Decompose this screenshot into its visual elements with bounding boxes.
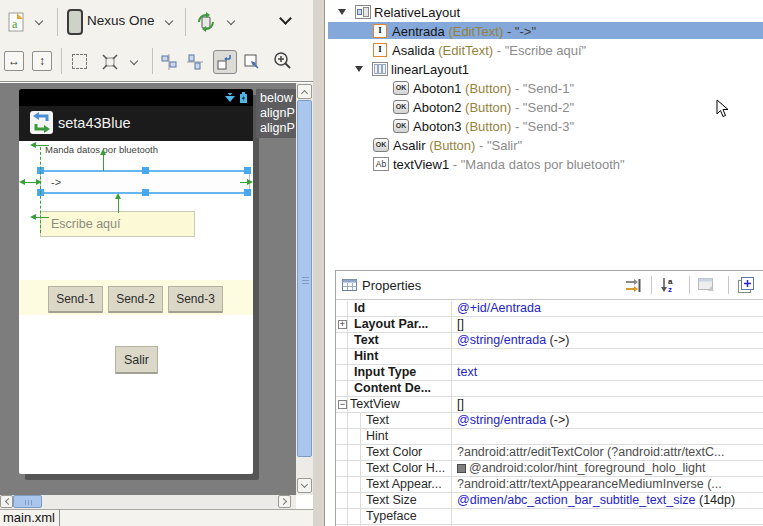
tree-item-aboton2[interactable]: OK Aboton2 (Button) - "Send-2": [328, 98, 763, 117]
prop-row-tv-hint[interactable]: Hint: [336, 429, 763, 445]
mouse-cursor: [716, 99, 729, 118]
layout-canvas[interactable]: seta43Blue Manda datos por bluetooth -> …: [0, 83, 296, 495]
prop-row-tv-text[interactable]: Text @string/entrada (->): [336, 413, 763, 429]
new-property-icon[interactable]: [738, 277, 755, 294]
svg-text:z: z: [668, 285, 672, 293]
button-icon: OK: [393, 119, 409, 133]
prop-row-layout-params[interactable]: + Layout Par... []: [336, 317, 763, 333]
zoom-icon[interactable]: [272, 51, 292, 71]
selection-mode-icon[interactable]: [72, 54, 87, 69]
prop-row-content-desc[interactable]: Content De...: [336, 381, 763, 397]
distribute-horizontal-icon[interactable]: [160, 53, 178, 71]
properties-panel: Properties az Id @+id/Aentrada + Layout …: [335, 270, 763, 526]
app-icon: [30, 111, 53, 134]
adt-layout-editor: a Nexus One ↔ ↕: [0, 0, 763, 526]
distribute-vertical-icon[interactable]: [186, 53, 204, 71]
constraint-arrowhead: [100, 149, 106, 155]
config-file-icon[interactable]: a: [8, 12, 25, 32]
edittext-icon: I: [373, 43, 387, 57]
collapse-icon[interactable]: −: [338, 400, 347, 409]
relativelayout-icon: [355, 5, 371, 22]
prop-row-text-color[interactable]: Text Color ?android:attr/editTextColor (…: [336, 445, 763, 461]
collapse-icon[interactable]: [338, 9, 346, 15]
device-selector[interactable]: Nexus One: [87, 13, 155, 28]
wifi-icon: [225, 93, 236, 103]
button-icon: OK: [393, 81, 409, 95]
expand-icon[interactable]: [101, 53, 119, 71]
constraint-arrow: [103, 154, 104, 171]
orientation-dropdown-icon[interactable]: [228, 18, 234, 24]
color-swatch: [457, 464, 466, 473]
device-dropdown-icon[interactable]: [166, 18, 172, 24]
tab-main-xml[interactable]: main.xml: [3, 510, 55, 525]
prop-row-text-color-hint[interactable]: Text Color H... @android:color/hint_fore…: [336, 461, 763, 477]
prop-row-textview-section[interactable]: − TextView []: [336, 397, 763, 413]
constraint-guide-line: [40, 147, 41, 233]
action-bar: seta43Blue: [19, 106, 253, 141]
constraint-arrowhead: [36, 179, 42, 185]
edittext-icon: I: [373, 24, 387, 38]
expand-icon[interactable]: +: [338, 320, 347, 329]
prop-row-typeface[interactable]: Typeface: [336, 509, 763, 525]
prop-row-text[interactable]: Text @string/entrada (->): [336, 333, 763, 349]
outline-tree: RelativeLayout I Aentrada (EditText) - "…: [326, 0, 763, 270]
prop-row-text-size[interactable]: Text Size @dimen/abc_action_bar_subtitle…: [336, 493, 763, 509]
sort-alphabetically-icon[interactable]: az: [660, 276, 678, 297]
config-dropdown-icon[interactable]: [36, 18, 42, 24]
constraint-arrowhead: [247, 179, 253, 185]
tree-item-relativelayout[interactable]: RelativeLayout: [328, 3, 763, 22]
prop-row-text-appearance[interactable]: Text Appear... ?android:attr/textAppeara…: [336, 477, 763, 493]
constraint-arrowhead: [19, 179, 25, 185]
button-salir[interactable]: Salir: [115, 346, 158, 374]
button-send3[interactable]: Send-3: [168, 286, 223, 313]
restore-defaults-icon: [698, 278, 716, 292]
properties-title: Properties: [362, 278, 421, 293]
device-icon[interactable]: [67, 9, 83, 35]
orientation-icon[interactable]: [196, 11, 216, 33]
snap-to-grid-icon[interactable]: [213, 50, 237, 74]
selection-handle[interactable]: [244, 167, 251, 174]
tree-item-aboton1[interactable]: OK Aboton1 (Button) - "Send-1": [328, 79, 763, 98]
scroll-up-button[interactable]: [297, 84, 312, 99]
prop-row-hint[interactable]: Hint: [336, 349, 763, 365]
vscroll-thumb[interactable]: [297, 100, 312, 457]
button-send1[interactable]: Send-1: [48, 286, 103, 313]
app-title: seta43Blue: [58, 115, 131, 131]
vertical-scrollbar[interactable]: [296, 83, 313, 495]
tree-item-aboton3[interactable]: OK Aboton3 (Button) - "Send-3": [328, 117, 763, 136]
battery-icon: [240, 92, 247, 103]
scroll-left-button[interactable]: [0, 495, 13, 508]
tree-item-textview1[interactable]: Ab textView1 - "Manda datos por bluetoot…: [328, 155, 763, 174]
selection-handle[interactable]: [244, 189, 251, 196]
constraint-tooltip: below alignP alignP: [256, 89, 296, 138]
constraint-arrow: [36, 145, 49, 146]
hscroll-thumb[interactable]: [13, 495, 42, 508]
pane-divider[interactable]: [313, 0, 325, 526]
match-height-icon[interactable]: ↕: [32, 51, 52, 71]
selection-handle[interactable]: [142, 167, 149, 174]
expand-dropdown-icon[interactable]: [131, 58, 137, 64]
status-bar: [19, 89, 253, 106]
selection-handle[interactable]: [142, 189, 149, 196]
include-overlay-icon[interactable]: [243, 53, 261, 71]
svg-text:a: a: [12, 17, 18, 31]
constraint-arrow: [118, 198, 119, 213]
collapse-icon[interactable]: [355, 66, 363, 72]
tree-item-linearlayout1[interactable]: linearLayout1: [328, 60, 763, 79]
prop-row-id[interactable]: Id @+id/Aentrada: [336, 301, 763, 317]
more-toolbar-icon[interactable]: [281, 14, 290, 23]
horizontal-scrollbar[interactable]: [0, 495, 296, 509]
linearlayout-icon: [372, 62, 388, 79]
prop-row-input-type[interactable]: Input Type text: [336, 365, 763, 381]
advanced-properties-icon[interactable]: [624, 278, 642, 293]
tree-item-asalir[interactable]: OK Asalir (Button) - "Salir": [328, 136, 763, 155]
scroll-right-button[interactable]: [278, 495, 291, 508]
match-width-icon[interactable]: ↔: [4, 51, 24, 71]
tree-item-asalida[interactable]: I Asalida (EditText) - "Escribe aquí": [328, 41, 763, 60]
button-send2[interactable]: Send-2: [108, 286, 163, 313]
constraint-arrowhead: [30, 142, 36, 148]
scroll-down-button[interactable]: [297, 478, 312, 493]
tree-item-aentrada[interactable]: I Aentrada (EditText) - "->": [328, 22, 763, 39]
properties-icon: [342, 279, 357, 291]
edittext-asalida[interactable]: Escribe aquí: [40, 211, 195, 237]
